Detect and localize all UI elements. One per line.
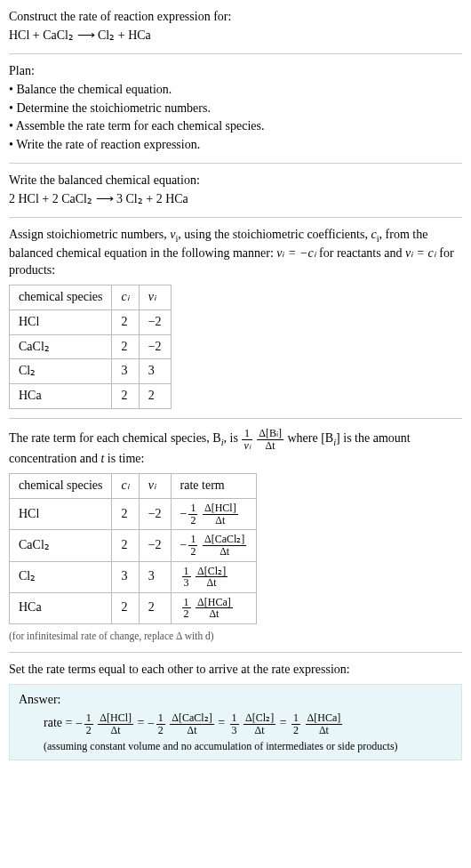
fraction: Δ[HCa]Δt: [306, 712, 343, 735]
equals: =: [218, 717, 228, 730]
fraction: Δ[Cl₂]Δt: [243, 712, 275, 735]
cell-nu: −2: [139, 499, 171, 530]
cell-rate: 12 Δ[HCa]Δt: [171, 592, 257, 623]
fraction: Δ[HCl]Δt: [98, 712, 133, 735]
divider: [9, 53, 462, 54]
cell-c: 3: [112, 359, 139, 384]
plan-item: • Assemble the rate term for each chemic…: [9, 118, 462, 135]
table-row: Cl₂ 3 3 13 Δ[Cl₂]Δt: [10, 561, 257, 592]
table-row: HCa 2 2: [10, 384, 172, 409]
rate-prefix: rate =: [44, 717, 76, 730]
cell-c: 2: [112, 334, 139, 359]
balanced-equation: 2 HCl + 2 CaCl₂ ⟶ 3 Cl₂ + 2 HCa: [9, 191, 462, 208]
answer-rate-expression: rate = −12 Δ[HCl]Δt = −12 Δ[CaCl₂]Δt = 1…: [19, 712, 452, 735]
cell-nu: 3: [139, 359, 171, 384]
table-header-row: chemical species cᵢ νᵢ: [10, 285, 172, 309]
eq: νᵢ = −cᵢ: [276, 246, 315, 260]
cell-nu: 3: [139, 561, 171, 592]
balanced-heading: Write the balanced chemical equation:: [9, 173, 462, 189]
col-species: chemical species: [10, 285, 112, 309]
cell-species: HCa: [10, 384, 112, 409]
text: The rate term for each chemical species,…: [9, 432, 221, 446]
sign: −: [180, 538, 188, 551]
text: where [B: [287, 432, 333, 446]
col-nu: νᵢ: [139, 285, 171, 309]
cell-c: 2: [112, 499, 139, 530]
fraction: 13: [182, 566, 191, 589]
col-rate: rate term: [171, 474, 257, 499]
cell-c: 2: [112, 530, 139, 561]
stoich-table: chemical species cᵢ νᵢ HCl 2 −2 CaCl₂ 2 …: [9, 285, 172, 409]
fraction: 12: [291, 712, 300, 735]
divider: [9, 163, 462, 164]
cell-species: HCl: [10, 309, 112, 334]
equals: =: [138, 717, 148, 730]
text: Assign stoichiometric numbers,: [9, 228, 170, 241]
cell-c: 2: [112, 309, 139, 334]
table-row: CaCl₂ 2 −2 −12 Δ[CaCl₂]Δt: [10, 530, 257, 561]
cell-species: HCa: [10, 592, 112, 623]
divider: [9, 652, 462, 653]
cell-species: Cl₂: [10, 561, 112, 592]
fraction: 1 νᵢ: [242, 428, 251, 451]
cell-rate: 13 Δ[Cl₂]Δt: [171, 561, 257, 592]
text: is time:: [104, 452, 144, 465]
stoich-section: Assign stoichiometric numbers, νi, using…: [9, 227, 462, 409]
fraction: 13: [230, 712, 239, 735]
text: , is: [224, 432, 242, 446]
table-row: HCa 2 2 12 Δ[HCa]Δt: [10, 592, 257, 623]
sign: −: [180, 507, 188, 520]
cell-species: Cl₂: [10, 359, 112, 384]
table-row: Cl₂ 3 3: [10, 359, 172, 384]
cell-nu: −2: [139, 530, 171, 561]
denominator: νᵢ: [242, 440, 251, 452]
fraction: Δ[HCl]Δt: [203, 502, 238, 526]
intro-equation: HCl + CaCl₂ ⟶ Cl₂ + HCa: [9, 28, 462, 44]
stoich-text: Assign stoichiometric numbers, νi, using…: [9, 227, 462, 279]
fraction: Δ[Cl₂]Δt: [196, 566, 228, 589]
equals: =: [280, 717, 290, 730]
table-header-row: chemical species cᵢ νᵢ rate term: [10, 474, 257, 499]
fraction: 12: [156, 712, 165, 735]
eq: νᵢ = cᵢ: [405, 246, 436, 260]
col-c: cᵢ: [112, 285, 139, 309]
intro-line: Construct the rate of reaction expressio…: [9, 9, 462, 26]
answer-note: (assuming constant volume and no accumul…: [19, 739, 452, 753]
rateterm-section: The rate term for each chemical species,…: [9, 428, 462, 643]
fraction: 12: [84, 712, 93, 735]
fraction: Δ[HCa]Δt: [196, 597, 233, 620]
cell-nu: −2: [139, 334, 171, 359]
sign: −: [148, 717, 155, 730]
final-heading: Set the rate terms equal to each other t…: [9, 662, 462, 679]
fraction: 12: [188, 502, 197, 526]
text: , using the stoichiometric coefficients,: [178, 228, 371, 241]
col-nu: νᵢ: [139, 474, 171, 499]
cell-rate: −12 Δ[CaCl₂]Δt: [171, 530, 257, 561]
answer-box: Answer: rate = −12 Δ[HCl]Δt = −12 Δ[CaCl…: [9, 684, 462, 760]
balanced-section: Write the balanced chemical equation: 2 …: [9, 173, 462, 208]
fraction: Δ[CaCl₂]Δt: [203, 534, 246, 557]
fraction: Δ[Bᵢ] Δt: [257, 428, 283, 451]
numerator: 1: [242, 428, 251, 440]
rateterm-text: The rate term for each chemical species,…: [9, 428, 462, 468]
fraction: 12: [182, 597, 191, 620]
divider: [9, 418, 462, 419]
denominator: Δt: [257, 440, 283, 452]
fraction: 12: [188, 534, 197, 557]
answer-label: Answer:: [19, 692, 452, 709]
rateterm-footnote: (for infinitesimal rate of change, repla…: [9, 630, 462, 644]
final-section: Set the rate terms equal to each other t…: [9, 662, 462, 760]
cell-nu: −2: [139, 309, 171, 334]
cell-species: HCl: [10, 499, 112, 530]
plan-heading: Plan:: [9, 63, 462, 80]
col-species: chemical species: [10, 474, 112, 499]
plan-item: • Balance the chemical equation.: [9, 82, 462, 99]
table-row: CaCl₂ 2 −2: [10, 334, 172, 359]
rateterm-table: chemical species cᵢ νᵢ rate term HCl 2 −…: [9, 473, 257, 624]
cell-c: 2: [112, 592, 139, 623]
col-c: cᵢ: [112, 474, 139, 499]
cell-rate: −12 Δ[HCl]Δt: [171, 499, 257, 530]
fraction: Δ[CaCl₂]Δt: [170, 712, 213, 735]
cell-c: 2: [112, 384, 139, 409]
plan-section: Plan: • Balance the chemical equation. •…: [9, 63, 462, 154]
